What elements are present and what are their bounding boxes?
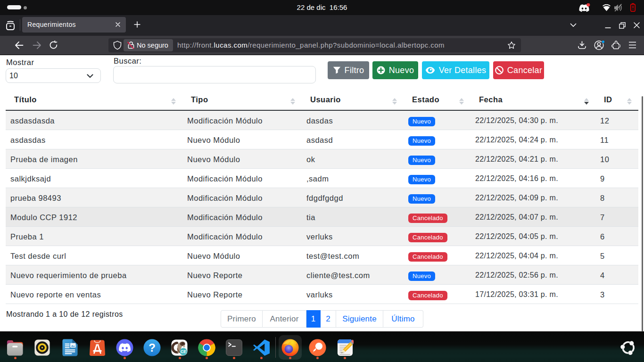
svg-text:CE: CE <box>181 349 186 354</box>
svg-text:?: ? <box>149 341 156 354</box>
